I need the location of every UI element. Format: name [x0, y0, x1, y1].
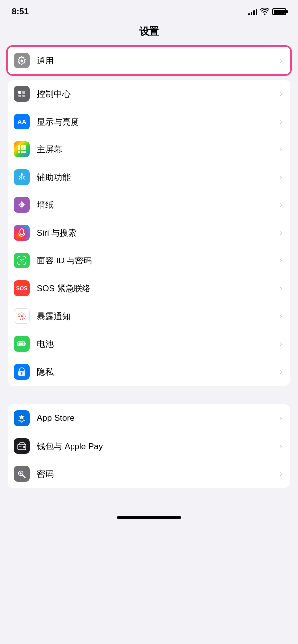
siri-icon: [14, 225, 30, 241]
section-general: 通用 ›: [6, 45, 292, 76]
svg-point-20: [21, 315, 23, 317]
svg-point-0: [21, 60, 23, 62]
svg-rect-4: [22, 95, 25, 97]
signal-icon: [248, 8, 257, 15]
control-center-label: 控制中心: [37, 88, 276, 100]
privacy-label: 隐私: [37, 366, 276, 378]
settings-item-privacy[interactable]: 隐私 ›: [8, 358, 290, 386]
wallpaper-chevron: ›: [280, 200, 282, 209]
general-chevron: ›: [280, 56, 282, 65]
control-center-icon: [14, 86, 30, 102]
home-screen-chevron: ›: [280, 145, 282, 154]
wallet-label: 钱包与 Apple Pay: [37, 441, 276, 452]
password-icon: [14, 466, 30, 482]
sos-label: SOS 紧急联络: [37, 283, 276, 294]
siri-label: Siri 与搜索: [37, 227, 276, 239]
wallet-icon: [14, 438, 30, 454]
faceid-chevron: ›: [280, 256, 282, 265]
control-center-chevron: ›: [280, 89, 282, 98]
svg-rect-5: [18, 145, 20, 148]
svg-point-19: [23, 259, 24, 260]
appstore-label: App Store: [37, 413, 276, 423]
display-chevron: ›: [280, 117, 282, 126]
wallet-chevron: ›: [280, 442, 282, 451]
svg-rect-13: [23, 151, 26, 153]
display-icon-text: AA: [17, 118, 26, 126]
settings-item-wallet[interactable]: 钱包与 Apple Pay ›: [8, 432, 290, 460]
settings-item-display[interactable]: AA 显示与亮度 ›: [8, 108, 290, 135]
exposure-label: 暴露通知: [37, 311, 276, 322]
password-label: 密码: [37, 468, 276, 480]
svg-point-18: [20, 259, 21, 260]
status-bar: 8:51: [0, 0, 298, 21]
exposure-icon: [14, 308, 30, 324]
page-title: 设置: [0, 21, 298, 45]
svg-rect-7: [23, 145, 26, 148]
settings-item-appstore[interactable]: App Store ›: [8, 404, 290, 432]
password-chevron: ›: [280, 469, 282, 478]
exposure-chevron: ›: [280, 312, 282, 321]
svg-point-14: [21, 173, 23, 175]
sos-icon: SOS: [14, 280, 30, 296]
status-icons: [248, 8, 286, 15]
settings-item-control-center[interactable]: 控制中心 ›: [8, 80, 290, 108]
settings-item-sos[interactable]: SOS SOS 紧急联络 ›: [8, 274, 290, 302]
privacy-icon: [14, 364, 30, 380]
faceid-label: 面容 ID 与密码: [37, 255, 276, 266]
battery-status-icon: [272, 8, 286, 15]
svg-rect-12: [21, 151, 23, 153]
display-label: 显示与亮度: [37, 116, 276, 128]
faceid-icon: [14, 253, 30, 268]
settings-item-battery[interactable]: 电池 ›: [8, 330, 290, 358]
home-screen-label: 主屏幕: [37, 144, 276, 155]
svg-rect-10: [23, 148, 26, 150]
privacy-chevron: ›: [280, 367, 282, 376]
sos-icon-text: SOS: [16, 285, 27, 291]
status-time: 8:51: [12, 7, 29, 17]
settings-item-faceid[interactable]: 面容 ID 与密码 ›: [8, 247, 290, 274]
section-main: 控制中心 › AA 显示与亮度 › 主屏幕 ›: [8, 80, 290, 386]
battery-icon: [14, 336, 30, 352]
settings-item-siri[interactable]: Siri 与搜索 ›: [8, 219, 290, 247]
wallpaper-label: 墙纸: [37, 199, 276, 211]
home-indicator-container: [0, 492, 298, 529]
settings-item-password[interactable]: 密码 ›: [8, 460, 290, 488]
svg-point-16: [20, 229, 24, 235]
svg-rect-30: [23, 446, 25, 448]
svg-rect-2: [22, 91, 25, 94]
svg-rect-3: [18, 95, 21, 97]
battery-label: 电池: [37, 338, 276, 350]
settings-item-general[interactable]: 通用 ›: [8, 47, 290, 74]
svg-rect-11: [18, 151, 20, 153]
home-screen-icon: [14, 141, 30, 157]
section-spacer: [0, 389, 298, 404]
display-icon: AA: [14, 114, 30, 129]
appstore-icon: [14, 410, 30, 426]
settings-item-exposure[interactable]: 暴露通知 ›: [8, 302, 290, 330]
settings-item-accessibility[interactable]: 辅助功能 ›: [8, 163, 290, 191]
svg-rect-24: [25, 343, 26, 345]
svg-rect-25: [19, 343, 24, 345]
accessibility-label: 辅助功能: [37, 172, 276, 183]
home-indicator: [117, 516, 181, 519]
settings-item-home-screen[interactable]: 主屏幕 ›: [8, 135, 290, 163]
wallpaper-icon: [14, 197, 30, 213]
svg-rect-9: [21, 148, 23, 150]
general-label: 通用: [37, 55, 276, 66]
svg-rect-1: [18, 91, 21, 94]
accessibility-chevron: ›: [280, 173, 282, 182]
accessibility-icon: [14, 169, 30, 185]
settings-item-wallpaper[interactable]: 墙纸 ›: [8, 191, 290, 219]
general-icon: [14, 53, 30, 68]
sos-chevron: ›: [280, 284, 282, 293]
appstore-chevron: ›: [280, 414, 282, 423]
wifi-icon: [260, 8, 269, 15]
svg-rect-8: [18, 148, 20, 150]
svg-rect-6: [21, 145, 23, 148]
section-store: App Store › 钱包与 Apple Pay › 密码 ›: [8, 404, 290, 488]
battery-chevron: ›: [280, 339, 282, 348]
siri-chevron: ›: [280, 228, 282, 237]
